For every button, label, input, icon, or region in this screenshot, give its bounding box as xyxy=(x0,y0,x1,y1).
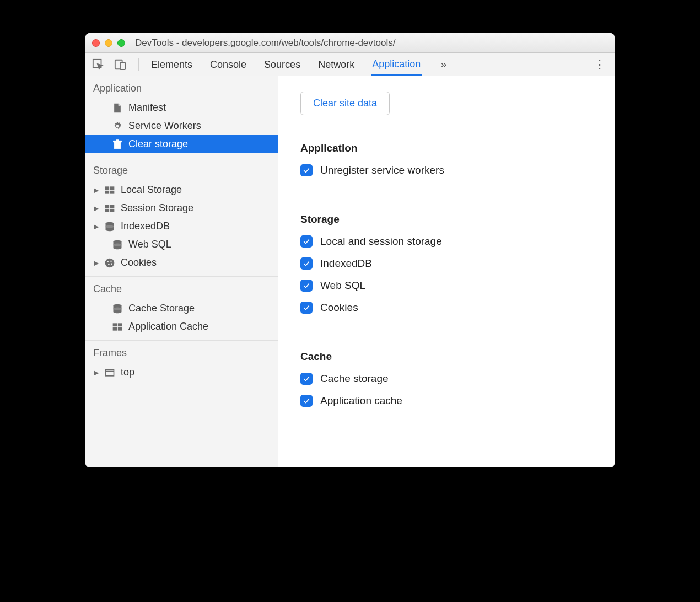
check-local-session-storage[interactable]: Local and session storage xyxy=(300,235,593,248)
check-web-sql[interactable]: Web SQL xyxy=(300,280,593,292)
sidebar-item-cookies[interactable]: ▶ Cookies xyxy=(85,254,278,272)
device-toolbar-icon[interactable] xyxy=(113,57,127,72)
sidebar-item-manifest[interactable]: Manifest xyxy=(85,99,278,117)
check-cookies[interactable]: Cookies xyxy=(300,302,593,314)
checkbox-icon[interactable] xyxy=(300,280,313,292)
grid-icon xyxy=(104,185,115,196)
traffic-lights xyxy=(92,39,125,47)
sidebar-item-label: Application Cache xyxy=(128,321,208,332)
svg-rect-8 xyxy=(110,190,115,194)
group-title: Application xyxy=(300,142,593,154)
sidebar-item-clear-storage[interactable]: Clear storage xyxy=(85,135,278,153)
tab-application[interactable]: Application xyxy=(371,53,422,76)
chevron-right-icon: ▶ xyxy=(93,205,99,212)
svg-rect-24 xyxy=(113,323,117,326)
svg-point-20 xyxy=(108,264,110,265)
checkbox-icon[interactable] xyxy=(300,257,313,270)
check-indexeddb[interactable]: IndexedDB xyxy=(300,257,593,270)
sidebar-item-cache-storage[interactable]: Cache Storage xyxy=(85,299,278,318)
group-title: Storage xyxy=(300,213,593,225)
svg-point-19 xyxy=(110,260,112,262)
devtools-panel-tabs: Elements Console Sources Network Applica… xyxy=(150,53,450,76)
check-application-cache[interactable]: Application cache xyxy=(300,395,593,407)
checkbox-icon[interactable] xyxy=(300,164,313,176)
grid-icon xyxy=(112,321,123,332)
application-sidebar: Application Manifest Service Workers Cle… xyxy=(85,76,278,467)
check-cache-storage[interactable]: Cache storage xyxy=(300,373,593,385)
svg-rect-26 xyxy=(113,327,117,330)
sidebar-section-cache: Cache Cache Storage Application Cache xyxy=(85,277,278,341)
tab-console[interactable]: Console xyxy=(209,53,247,75)
tab-network[interactable]: Network xyxy=(317,53,356,75)
sidebar-item-label: Cookies xyxy=(121,257,157,268)
check-label: Cache storage xyxy=(320,373,389,385)
sidebar-item-top-frame[interactable]: ▶ top xyxy=(85,363,278,381)
database-icon xyxy=(112,303,123,314)
svg-point-18 xyxy=(107,261,109,262)
svg-rect-6 xyxy=(110,186,115,190)
svg-rect-5 xyxy=(105,186,110,190)
close-window-button[interactable] xyxy=(92,39,100,47)
svg-rect-27 xyxy=(118,327,122,330)
checkbox-icon[interactable] xyxy=(300,373,313,385)
checkbox-icon[interactable] xyxy=(300,395,313,407)
minimize-window-button[interactable] xyxy=(105,39,112,47)
sidebar-item-local-storage[interactable]: ▶ Local Storage xyxy=(85,181,278,199)
svg-rect-2 xyxy=(120,62,125,69)
sidebar-section-title: Storage xyxy=(85,158,278,181)
svg-rect-25 xyxy=(118,323,122,326)
clear-storage-pane: Clear site data Application Unregister s… xyxy=(278,76,615,467)
checkbox-icon[interactable] xyxy=(300,235,313,248)
sidebar-item-service-workers[interactable]: Service Workers xyxy=(85,117,278,135)
checkbox-icon[interactable] xyxy=(300,302,313,314)
toolbar-separator xyxy=(138,58,139,71)
database-icon xyxy=(104,221,115,232)
sidebar-item-indexeddb[interactable]: ▶ IndexedDB xyxy=(85,217,278,235)
gear-icon xyxy=(112,121,123,132)
check-label: IndexedDB xyxy=(320,257,372,270)
svg-rect-12 xyxy=(110,208,115,212)
inspect-element-icon[interactable] xyxy=(91,57,105,72)
more-options-icon[interactable]: ⋮ xyxy=(590,57,609,72)
check-unregister-service-workers[interactable]: Unregister service workers xyxy=(300,164,593,176)
sidebar-item-session-storage[interactable]: ▶ Session Storage xyxy=(85,199,278,217)
frame-icon xyxy=(104,367,115,378)
svg-rect-28 xyxy=(106,369,114,376)
toolbar-separator xyxy=(579,58,579,71)
grid-icon xyxy=(104,203,115,214)
mac-titlebar: DevTools - developers.google.com/web/too… xyxy=(85,33,615,53)
chevron-right-icon: ▶ xyxy=(93,186,99,194)
tab-elements[interactable]: Elements xyxy=(150,53,193,75)
clear-site-data-button[interactable]: Clear site data xyxy=(300,92,390,115)
sidebar-section-title: Frames xyxy=(85,341,278,363)
chevron-right-icon: ▶ xyxy=(93,223,99,230)
devtools-body: Application Manifest Service Workers Cle… xyxy=(85,76,615,467)
database-icon xyxy=(112,239,123,250)
sidebar-item-label: Session Storage xyxy=(121,202,193,214)
trash-icon xyxy=(112,139,123,150)
sidebar-item-label: IndexedDB xyxy=(121,221,170,232)
tab-sources[interactable]: Sources xyxy=(263,53,301,75)
svg-point-21 xyxy=(111,263,112,265)
check-label: Local and session storage xyxy=(320,235,442,248)
svg-point-14 xyxy=(106,225,114,228)
cookie-icon xyxy=(104,257,115,268)
sidebar-section-frames: Frames ▶ top xyxy=(85,341,278,386)
svg-point-4 xyxy=(116,125,119,127)
maximize-window-button[interactable] xyxy=(117,39,125,47)
svg-point-23 xyxy=(114,307,122,310)
devtools-window: DevTools - developers.google.com/web/too… xyxy=(85,33,615,467)
sidebar-section-storage: Storage ▶ Local Storage ▶ Session Storag… xyxy=(85,158,278,277)
chevron-right-icon: ▶ xyxy=(93,369,99,377)
sidebar-section-title: Cache xyxy=(85,277,278,299)
sidebar-item-application-cache[interactable]: Application Cache xyxy=(85,318,278,336)
check-label: Web SQL xyxy=(320,280,365,292)
svg-rect-9 xyxy=(105,205,110,208)
group-cache: Cache Cache storage Application cache xyxy=(278,338,615,431)
sidebar-section-application: Application Manifest Service Workers Cle… xyxy=(85,76,278,158)
sidebar-item-label: top xyxy=(121,367,134,378)
sidebar-item-web-sql[interactable]: Web SQL xyxy=(85,235,278,254)
tabs-overflow-icon[interactable]: » xyxy=(437,58,450,71)
group-storage: Storage Local and session storage Indexe… xyxy=(278,201,615,338)
devtools-toolbar: Elements Console Sources Network Applica… xyxy=(85,53,615,76)
